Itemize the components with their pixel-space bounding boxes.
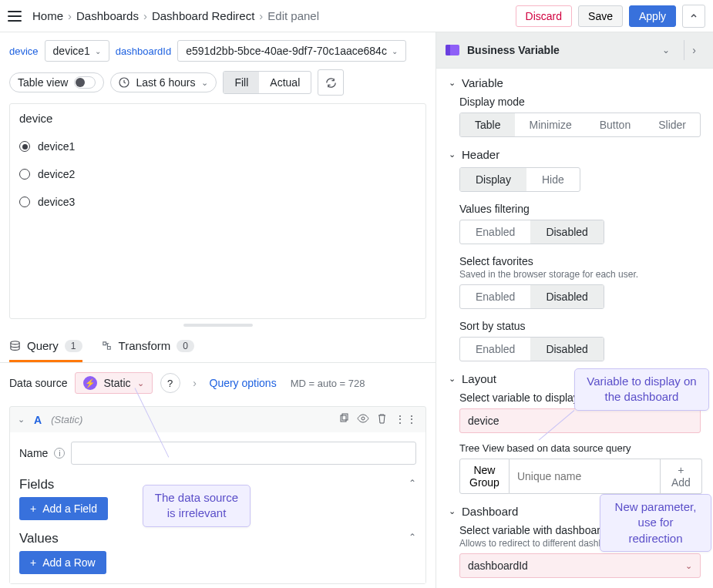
sort-enabled[interactable]: Enabled bbox=[460, 338, 530, 361]
section-title: Dashboard bbox=[462, 505, 518, 518]
section-title: Layout bbox=[462, 372, 496, 385]
discard-button[interactable]: Discard bbox=[516, 5, 572, 27]
expand-icon[interactable]: › bbox=[684, 40, 704, 60]
time-range-picker[interactable]: Last 6 hours ⌄ bbox=[110, 72, 217, 92]
annotation-datasource: The data source is irrelevant bbox=[143, 485, 251, 527]
tree-view-desc: Tree View based on data source query bbox=[459, 442, 701, 454]
query-name[interactable]: A bbox=[34, 414, 42, 426]
add-row-label: Add a Row bbox=[42, 556, 95, 569]
datasource-picker[interactable]: ⚡ Static ⌄ bbox=[75, 372, 152, 394]
annotation-variable-display: Variable to display on the dashboard bbox=[574, 368, 709, 411]
chevron-up-icon[interactable]: ⌃ bbox=[409, 532, 416, 543]
tab-query[interactable]: Query 1 bbox=[9, 330, 82, 362]
select-variable-dropdown[interactable]: device bbox=[459, 408, 701, 433]
display-mode-group: Table Minimize Button Slider bbox=[459, 113, 701, 137]
eye-icon[interactable] bbox=[357, 413, 369, 426]
new-group-button[interactable]: New Group bbox=[459, 459, 510, 494]
device-option-label: device2 bbox=[38, 168, 75, 180]
mode-table[interactable]: Table bbox=[460, 113, 515, 136]
variable-picker-row: device device1 ⌄ dashboardId e591d2bb-5b… bbox=[0, 32, 436, 66]
var-device-label[interactable]: device bbox=[9, 45, 39, 57]
bolt-icon: ⚡ bbox=[83, 376, 97, 390]
select-variable-value: device bbox=[468, 415, 499, 427]
mode-slider[interactable]: Slider bbox=[644, 113, 700, 136]
crumb-dashboard-redirect[interactable]: Dashboard Redirect bbox=[152, 9, 254, 22]
tab-transform[interactable]: Transform 0 bbox=[101, 330, 194, 362]
datasource-help-button[interactable]: ? bbox=[160, 373, 180, 393]
dashboard-uid-dropdown[interactable]: dashboardId ⌄ bbox=[459, 553, 701, 578]
fill-option[interactable]: Fill bbox=[224, 72, 259, 93]
table-view-toggle[interactable]: Table view bbox=[9, 72, 104, 92]
options-header[interactable]: Business Variable ⌄ › bbox=[436, 32, 713, 69]
copy-icon[interactable] bbox=[338, 413, 349, 426]
device-option-2[interactable]: device2 bbox=[10, 160, 425, 188]
mode-minimize[interactable]: Minimize bbox=[515, 113, 585, 136]
header-hide[interactable]: Hide bbox=[526, 168, 580, 191]
device-option-3[interactable]: device3 bbox=[10, 188, 425, 216]
sort-disabled[interactable]: Disabled bbox=[530, 338, 603, 361]
plus-icon: + bbox=[30, 556, 36, 569]
mode-button[interactable]: Button bbox=[586, 113, 644, 136]
sf-disabled[interactable]: Disabled bbox=[530, 285, 603, 308]
fill-actual-toggle[interactable]: Fill Actual bbox=[223, 71, 311, 94]
sf-enabled[interactable]: Enabled bbox=[460, 285, 530, 308]
crumb-dashboards[interactable]: Dashboards bbox=[76, 9, 139, 22]
add-row-button[interactable]: + Add a Row bbox=[19, 551, 106, 574]
trash-icon[interactable] bbox=[377, 413, 387, 426]
apply-button[interactable]: Apply bbox=[629, 5, 676, 27]
var-dashboard-select[interactable]: e591d2bb-5bce-40ae-9df7-70c1aace684c ⌄ bbox=[177, 40, 406, 62]
menu-icon[interactable] bbox=[8, 11, 22, 22]
header-display[interactable]: Display bbox=[460, 168, 526, 191]
vf-enabled[interactable]: Enabled bbox=[460, 220, 530, 244]
chevron-up-icon[interactable]: ⌃ bbox=[409, 478, 416, 489]
name-label: Name bbox=[19, 447, 48, 459]
query-header: ⌄ A (Static) ⋮⋮ bbox=[10, 407, 425, 432]
panel-type-title: Business Variable bbox=[467, 44, 648, 56]
refresh-button[interactable] bbox=[318, 69, 344, 96]
chevron-down-icon[interactable]: ⌄ bbox=[18, 415, 25, 425]
vf-disabled[interactable]: Disabled bbox=[530, 220, 603, 244]
tab-transform-badge: 0 bbox=[177, 340, 194, 352]
info-icon[interactable]: i bbox=[54, 448, 65, 459]
query-options-link[interactable]: Query options bbox=[210, 377, 277, 389]
chevron-down-icon: ⌄ bbox=[449, 374, 456, 384]
save-button[interactable]: Save bbox=[578, 5, 623, 27]
query-name-input[interactable] bbox=[71, 442, 416, 465]
select-favorites-label: Select favorites bbox=[459, 255, 701, 267]
drag-handle-icon[interactable]: ⋮⋮ bbox=[395, 413, 418, 426]
var-dashboard-label[interactable]: dashboardId bbox=[116, 45, 171, 57]
add-group-button[interactable]: + Add bbox=[661, 459, 702, 494]
values-heading: Values bbox=[19, 531, 59, 546]
device-option-1[interactable]: device1 bbox=[10, 133, 425, 160]
svg-rect-2 bbox=[341, 415, 346, 422]
unique-name-input[interactable] bbox=[510, 459, 661, 494]
chevron-down-icon[interactable]: ⌄ bbox=[656, 40, 676, 60]
chevron-down-icon: ⌄ bbox=[201, 78, 208, 88]
svg-point-4 bbox=[362, 417, 365, 420]
sort-status-group: Enabled Disabled bbox=[459, 337, 604, 361]
new-group-row: New Group + Add bbox=[459, 459, 701, 494]
chevron-down-icon: ⌄ bbox=[137, 378, 144, 388]
database-icon bbox=[9, 340, 21, 351]
resize-handle[interactable] bbox=[0, 324, 436, 327]
var-device-select[interactable]: device1 ⌄ bbox=[45, 40, 109, 62]
svg-point-1 bbox=[11, 341, 19, 344]
add-field-button[interactable]: + Add a Field bbox=[19, 497, 108, 520]
datasource-row: Data source ⚡ Static ⌄ ? › Query options… bbox=[0, 363, 436, 403]
chevron-down-icon: ⌄ bbox=[392, 47, 398, 55]
chevron-down-icon: ⌄ bbox=[449, 78, 456, 88]
actual-option[interactable]: Actual bbox=[259, 72, 311, 93]
dashboard-uid-value: dashboardId bbox=[468, 559, 528, 572]
collapse-panel-button[interactable] bbox=[682, 5, 705, 28]
table-view-label: Table view bbox=[18, 76, 68, 89]
section-header-header[interactable]: ⌄ Header bbox=[449, 148, 701, 161]
query-type: (Static) bbox=[51, 414, 82, 425]
crumb-home[interactable]: Home bbox=[32, 9, 63, 22]
query-action-icons: ⋮⋮ bbox=[338, 413, 418, 426]
values-filtering-label: Values filtering bbox=[459, 203, 701, 215]
section-variable-header[interactable]: ⌄ Variable bbox=[449, 76, 701, 89]
device-option-label: device3 bbox=[38, 196, 75, 208]
radio-icon bbox=[19, 141, 30, 152]
plus-icon: + bbox=[30, 502, 36, 515]
chevron-down-icon: ⌄ bbox=[449, 506, 456, 516]
